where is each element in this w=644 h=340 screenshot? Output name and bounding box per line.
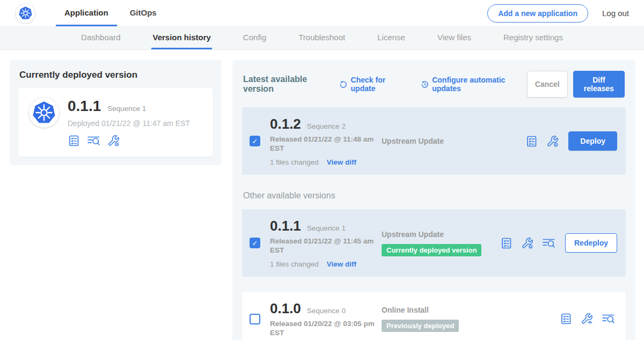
files-changed-label: 1 files changed xyxy=(270,158,319,166)
version-number: 0.1.1 xyxy=(270,218,301,234)
tab-application[interactable]: Application xyxy=(56,0,117,26)
available-versions-panel: Latest available version Check for updat… xyxy=(232,60,635,340)
tab-troubleshoot[interactable]: Troubleshoot xyxy=(297,27,346,49)
edit-config-icon[interactable] xyxy=(521,237,533,249)
cancel-button[interactable]: Cancel xyxy=(527,71,568,98)
version-checkbox[interactable] xyxy=(250,136,260,146)
check-for-update-label: Check for update xyxy=(351,76,407,93)
clock-refresh-icon xyxy=(421,80,429,89)
preflight-checks-icon[interactable] xyxy=(68,135,80,147)
version-source-label: Upstream Update xyxy=(382,137,525,145)
version-source-label: Online Install xyxy=(382,306,560,314)
top-tabs: Application GitOps xyxy=(56,0,165,26)
version-source-label: Upstream Update xyxy=(382,230,500,239)
version-number: 0.1.2 xyxy=(270,116,301,132)
version-checkbox[interactable] xyxy=(250,314,260,324)
deployed-version-card: 0.1.1 Sequence 1 Deployed 01/21/22 @ 11:… xyxy=(18,88,213,157)
app-sub-nav: Dashboard Version history Config Trouble… xyxy=(0,27,644,50)
sequence-label: Sequence 1 xyxy=(307,224,346,232)
refresh-icon xyxy=(339,80,347,89)
available-panel-title: Latest available version xyxy=(243,75,332,94)
top-nav: Application GitOps Add a new application… xyxy=(0,0,644,27)
version-number: 0.1.0 xyxy=(270,300,301,316)
currently-deployed-badge: Currently deployed version xyxy=(382,244,481,256)
kubernetes-app-icon xyxy=(29,98,59,128)
other-versions-heading: Other available versions xyxy=(243,191,625,201)
check-for-update-link[interactable]: Check for update xyxy=(339,76,407,93)
configure-updates-label: Configure automatic updates xyxy=(432,76,527,93)
preflight-checks-icon[interactable] xyxy=(525,135,538,147)
deploy-button[interactable]: Deploy xyxy=(568,131,617,151)
tab-registry-settings[interactable]: Registry settings xyxy=(502,27,564,49)
released-timestamp: Released 01/21/22 @ 11:45 am EST xyxy=(270,236,376,255)
preflight-checks-icon[interactable] xyxy=(560,313,572,325)
kubernetes-logo xyxy=(15,3,35,24)
tab-config[interactable]: Config xyxy=(242,27,267,49)
edit-config-icon[interactable] xyxy=(546,135,559,147)
tab-license[interactable]: License xyxy=(376,27,406,49)
released-timestamp: Released 01/20/22 @ 03:05 pm EST xyxy=(270,319,376,337)
view-config-icon[interactable] xyxy=(581,313,593,325)
tab-dashboard[interactable]: Dashboard xyxy=(80,27,121,49)
previously-deployed-badge: Previously deployed xyxy=(382,320,459,332)
deployed-timestamp: Deployed 01/21/22 @ 11:47 am EST xyxy=(68,119,190,128)
diff-releases-button[interactable]: Diff releases xyxy=(573,71,625,98)
released-timestamp: Released 01/21/22 @ 11:48 am EST xyxy=(270,135,376,153)
version-row-0-1-0: 0.1.0 Sequence 0 Released 01/20/22 @ 03:… xyxy=(242,292,626,340)
configure-updates-link[interactable]: Configure automatic updates xyxy=(421,76,527,93)
deploy-logs-icon[interactable] xyxy=(542,237,555,249)
view-diff-link[interactable]: View diff xyxy=(327,260,356,268)
deployed-panel-title: Currently deployed version xyxy=(19,70,213,80)
tab-gitops[interactable]: GitOps xyxy=(121,0,165,26)
edit-config-icon[interactable] xyxy=(107,135,120,147)
logout-button[interactable]: Log out xyxy=(602,9,629,18)
version-row-0-1-1: 0.1.1 Sequence 1 Released 01/21/22 @ 11:… xyxy=(242,209,626,277)
sequence-label: Sequence 2 xyxy=(307,122,346,130)
files-changed-label: 1 files changed xyxy=(270,260,319,268)
deploy-logs-icon[interactable] xyxy=(87,135,100,147)
preflight-checks-icon[interactable] xyxy=(500,237,513,249)
deployed-version-number: 0.1.1 xyxy=(68,98,101,115)
tab-version-history[interactable]: Version history xyxy=(151,27,211,49)
version-row-0-1-2: 0.1.2 Sequence 2 Released 01/21/22 @ 11:… xyxy=(242,107,626,175)
version-checkbox[interactable] xyxy=(250,238,260,248)
tab-view-files[interactable]: View files xyxy=(436,27,472,49)
sequence-label: Sequence 0 xyxy=(307,307,346,315)
redeploy-button[interactable]: Redeploy xyxy=(565,233,617,253)
currently-deployed-panel: Currently deployed version 0.1.1 Sequenc… xyxy=(10,60,222,165)
view-diff-link[interactable]: View diff xyxy=(327,158,356,166)
deploy-logs-icon[interactable] xyxy=(602,313,615,325)
add-application-button[interactable]: Add a new application xyxy=(487,4,588,23)
main-content: Currently deployed version 0.1.1 Sequenc… xyxy=(0,50,644,340)
deployed-sequence-label: Sequence 1 xyxy=(107,105,146,113)
